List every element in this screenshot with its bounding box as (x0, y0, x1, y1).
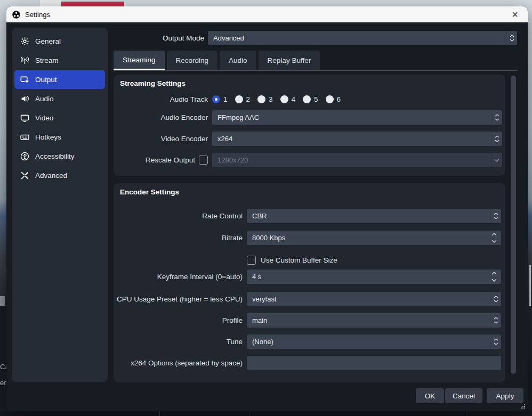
background-bottom-strip (0, 411, 532, 416)
bitrate-row: Bitrate 8000 Kbps (114, 231, 501, 245)
output-mode-select[interactable]: Advanced (208, 31, 517, 45)
tune-select[interactable]: (None) (247, 335, 501, 349)
scrollbar-thumb[interactable] (511, 76, 516, 374)
audio-track-row: Audio Track 1 2 3 4 5 6 (114, 92, 502, 107)
audio-track-option[interactable]: 5 (303, 95, 318, 103)
radio[interactable] (235, 95, 243, 103)
cpu-preset-value: veryfast (247, 295, 490, 303)
rate-control-select[interactable]: CBR (247, 209, 501, 223)
cancel-button[interactable]: Cancel (445, 388, 482, 403)
rescale-output-select[interactable]: 1280x720 (212, 153, 502, 167)
spinner[interactable] (490, 335, 501, 349)
audio-encoder-select[interactable]: FFmpeg AAC (212, 110, 502, 125)
custom-buffer-label: Use Custom Buffer Size (261, 256, 337, 264)
spinner[interactable] (490, 209, 501, 223)
tab-streaming[interactable]: Streaming (114, 51, 165, 70)
rescale-output-checkbox[interactable] (199, 156, 208, 165)
radio-label: 1 (223, 95, 228, 103)
settings-sidebar: General Stream Output Audio Video Hotkey… (12, 28, 108, 382)
sidebar-item-general[interactable]: General (14, 31, 105, 51)
custom-buffer-checkbox[interactable] (247, 256, 256, 265)
sidebar-item-label: Output (35, 76, 57, 84)
wallpaper-white-bar (40, 0, 61, 6)
chevron-up-icon (491, 272, 497, 275)
tab-audio[interactable]: Audio (220, 51, 256, 70)
keyframe-interval-label: Keyframe Interval (0=auto) (114, 273, 247, 281)
audio-track-option[interactable]: 1 (212, 95, 228, 103)
tab-label: Recording (176, 56, 209, 64)
tab-label: Streaming (123, 56, 156, 64)
chevron-down-icon (491, 279, 497, 282)
sidebar-item-label: Hotkeys (35, 133, 61, 141)
rate-control-value: CBR (247, 212, 490, 220)
rescale-output-value: 1280x720 (212, 156, 491, 164)
keyframe-interval-spinbox[interactable]: 4 s (247, 270, 501, 284)
sidebar-item-label: General (35, 37, 61, 45)
cpu-preset-label: CPU Usage Preset (higher = less CPU) (114, 295, 247, 303)
output-tabs: Streaming Recording Audio Replay Buffer (114, 51, 320, 70)
profile-select[interactable]: main (247, 313, 501, 328)
chevron-down-icon (494, 217, 498, 219)
chevron-down-icon (495, 118, 499, 121)
apply-button[interactable]: Apply (487, 388, 523, 403)
tab-recording[interactable]: Recording (167, 51, 218, 70)
sidebar-item-stream[interactable]: Stream (14, 51, 105, 70)
video-encoder-select[interactable]: x264 (212, 132, 502, 146)
custom-buffer-row: Use Custom Buffer Size (114, 255, 501, 265)
close-icon[interactable]: × (507, 9, 522, 20)
wallpaper-red-bar (61, 2, 124, 6)
content-scrollbar[interactable] (511, 75, 516, 382)
audio-track-label: Audio Track (114, 95, 212, 103)
spinner[interactable] (490, 313, 501, 328)
dialog-titlebar[interactable]: Settings × (6, 6, 528, 22)
audio-track-option[interactable]: 6 (326, 95, 341, 103)
video-encoder-label: Video Encoder (114, 135, 212, 143)
sidebar-item-audio[interactable]: Audio (14, 89, 105, 108)
sidebar-item-accessibility[interactable]: Accessibility (14, 146, 105, 166)
audio-track-option[interactable]: 2 (235, 95, 251, 103)
keyframe-interval-row: Keyframe Interval (0=auto) 4 s (114, 270, 501, 284)
tune-row: Tune (None) (114, 335, 501, 349)
chevron-up-icon (510, 35, 514, 37)
sidebar-item-output[interactable]: Output (14, 70, 105, 89)
spinner[interactable] (491, 132, 502, 146)
spinner[interactable] (487, 231, 501, 245)
spinner[interactable] (490, 292, 501, 306)
chevron-down-icon (495, 140, 499, 142)
rate-control-label: Rate Control (114, 212, 247, 220)
spinner[interactable] (491, 153, 502, 167)
bitrate-spinbox[interactable]: 8000 Kbps (247, 231, 501, 245)
radio[interactable] (303, 95, 311, 103)
audio-track-option[interactable]: 3 (257, 95, 273, 103)
spinner[interactable] (506, 31, 517, 45)
output-mode-label: Output Mode (103, 31, 204, 45)
resize-grip[interactable] (521, 404, 526, 409)
output-icon (20, 75, 29, 84)
spinner[interactable] (487, 270, 501, 284)
tab-replay-buffer[interactable]: Replay Buffer (259, 51, 320, 70)
sidebar-item-hotkeys[interactable]: Hotkeys (14, 127, 105, 146)
chevron-down-icon (494, 300, 498, 303)
tabs-separator (114, 70, 517, 71)
audio-encoder-row: Audio Encoder FFmpeg AAC (114, 110, 502, 125)
radio-selected[interactable] (212, 95, 220, 103)
x264-options-input[interactable] (247, 356, 501, 370)
cpu-preset-select[interactable]: veryfast (247, 292, 501, 306)
ok-button[interactable]: OK (416, 388, 444, 403)
bitrate-value: 8000 Kbps (247, 234, 487, 242)
radio[interactable] (280, 95, 288, 103)
gear-icon (20, 37, 29, 46)
spinner[interactable] (491, 110, 502, 125)
radio[interactable] (257, 95, 265, 103)
video-encoder-value: x264 (212, 135, 491, 143)
x264-options-row: x264 Options (separated by space) (114, 356, 501, 370)
sidebar-item-label: Advanced (35, 172, 67, 180)
sidebar-item-label: Video (35, 114, 53, 122)
rescale-output-row: Rescale Output 1280x720 (114, 153, 502, 167)
radio[interactable] (326, 95, 334, 103)
radio-label: 6 (337, 95, 341, 103)
sidebar-item-advanced[interactable]: Advanced (14, 166, 105, 185)
sidebar-item-video[interactable]: Video (14, 108, 105, 127)
profile-row: Profile main (114, 313, 501, 328)
audio-track-option[interactable]: 4 (280, 95, 296, 103)
